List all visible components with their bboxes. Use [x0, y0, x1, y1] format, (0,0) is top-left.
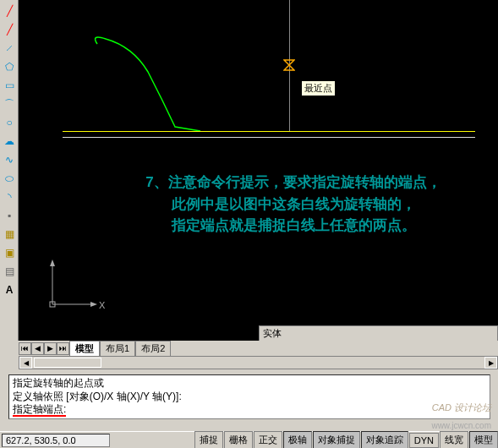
solids-title: 实体 — [260, 326, 497, 341]
cmd-line2: 定义轴依照 [对象(O)/X 轴(X)/Y 轴(Y)]: — [13, 391, 486, 404]
status-bar: 627.2, 530.5, 0.0 捕捉 栅格 正交 极轴 对象捕捉 对象追踪 … — [0, 431, 498, 448]
watermark-url: www.jcwcn.com — [431, 421, 491, 430]
cmd-prompt: 指定轴端点: — [13, 403, 66, 417]
model-toggle[interactable]: 模型 — [469, 431, 498, 448]
tab-next-button[interactable]: ▶ — [44, 342, 57, 355]
xline-tool[interactable]: ╱ — [1, 21, 18, 38]
line-tool[interactable]: ╱ — [1, 3, 18, 19]
tab-model[interactable]: 模型 — [69, 341, 100, 357]
revcloud-tool[interactable]: ☁ — [1, 133, 18, 150]
tab-last-button[interactable]: ⏭ — [57, 342, 69, 355]
ellipse-tool[interactable]: ⬭ — [1, 170, 18, 187]
scroll-left-button[interactable]: ◀ — [19, 357, 32, 369]
spline-tool[interactable]: ∿ — [1, 151, 18, 168]
snap-tooltip: 最近点 — [301, 80, 336, 96]
pline-tool[interactable]: ⟋ — [1, 40, 18, 57]
horizontal-scrollbar[interactable]: ◀ ▶ — [19, 356, 498, 369]
svg-text:X: X — [99, 300, 106, 310]
tab-first-button[interactable]: ⏮ — [19, 342, 31, 355]
mtext-tool[interactable]: A — [1, 281, 18, 298]
rect-tool[interactable]: ▭ — [1, 77, 18, 94]
command-line[interactable]: 指定旋转轴的起点或 定义轴依照 [对象(O)/X 轴(X)/Y 轴(Y)]: 指… — [8, 374, 490, 419]
coordinates-display[interactable]: 627.2, 530.5, 0.0 — [2, 434, 110, 447]
drawing-viewport[interactable]: 最近点 7、注意命令行提示，要求指定旋转轴的端点， 此例中是以图中这条白线为旋转… — [19, 0, 498, 341]
circle-tool[interactable]: ○ — [1, 114, 18, 131]
point-tool[interactable]: ▪ — [1, 207, 18, 224]
tab-layout1[interactable]: 布局1 — [100, 341, 135, 357]
anno-line2: 此例中是以图中这条白线为旋转轴的， — [74, 194, 498, 216]
left-toolbar: ╱ ╱ ⟋ ⬠ ▭ ⌒ ○ ☁ ∿ ⬭ ◝ ▪ ▦ ▣ ▤ A — [0, 0, 19, 341]
rotation-axis-line — [63, 137, 475, 138]
otrack-toggle[interactable]: 对象追踪 — [361, 431, 408, 448]
hatch-tool[interactable]: ▦ — [1, 226, 18, 243]
region-tool[interactable]: ▣ — [1, 244, 18, 261]
table-tool[interactable]: ▤ — [1, 263, 18, 280]
tab-prev-button[interactable]: ◀ — [31, 342, 44, 355]
grid-toggle[interactable]: 栅格 — [224, 431, 253, 448]
snap-nearest-marker — [283, 59, 295, 71]
polar-toggle[interactable]: 极轴 — [283, 431, 312, 448]
tutorial-annotation: 7、注意命令行提示，要求指定旋转轴的端点， 此例中是以图中这条白线为旋转轴的， … — [74, 172, 498, 237]
anno-line1: 7、注意命令行提示，要求指定旋转轴的端点， — [74, 172, 498, 194]
scroll-right-button[interactable]: ▶ — [484, 357, 497, 369]
ucs-icon: Y X — [48, 258, 107, 317]
snap-toggle[interactable]: 捕捉 — [194, 431, 223, 448]
polygon-tool[interactable]: ⬠ — [1, 58, 18, 75]
svg-marker-3 — [90, 302, 97, 307]
anno-line3: 指定端点就是捕捉白线上任意的两点。 — [74, 215, 498, 237]
layout-tabs: ⏮ ◀ ▶ ⏭ 模型 布局1 布局2 — [19, 341, 498, 356]
cmd-line1: 指定旋转轴的起点或 — [13, 377, 486, 391]
dyn-toggle[interactable]: DYN — [409, 433, 439, 448]
watermark-forum: CAD 设计论坛 — [432, 402, 491, 414]
svg-text:Y: Y — [48, 258, 55, 260]
scroll-thumb[interactable] — [34, 358, 101, 368]
osnap-toggle[interactable]: 对象捕捉 — [313, 431, 360, 448]
lwt-toggle[interactable]: 线宽 — [440, 431, 468, 448]
ellipsearc-tool[interactable]: ◝ — [1, 188, 18, 205]
ortho-toggle[interactable]: 正交 — [254, 431, 282, 448]
tab-layout2[interactable]: 布局2 — [135, 341, 171, 357]
arc-tool[interactable]: ⌒ — [1, 96, 18, 112]
svg-marker-1 — [50, 260, 55, 266]
green-spline — [90, 34, 217, 135]
